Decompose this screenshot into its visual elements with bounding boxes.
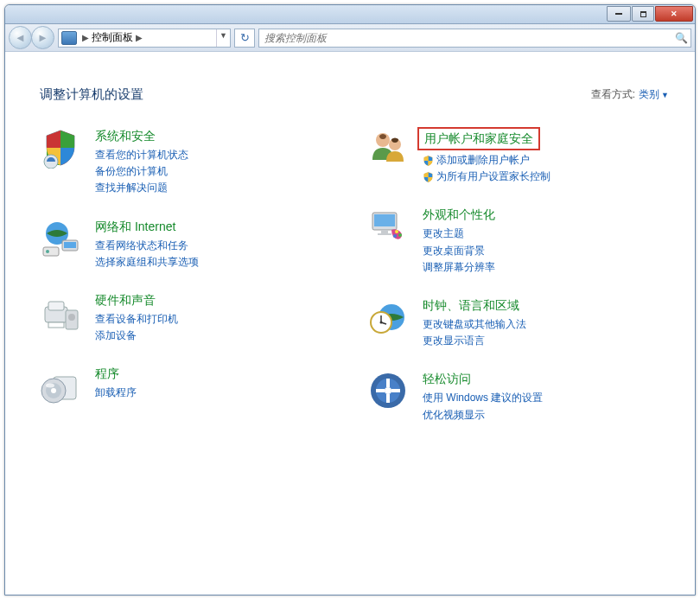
clock-region-icon	[367, 296, 409, 338]
column-left: 系统和安全 查看您的计算机状态 备份您的计算机 查找并解决问题 网络和 Inte…	[40, 127, 341, 444]
control-panel-window: ◄ ► ▶ 控制面板 ▶ ▼ ↻ 🔍 调整计算机的设置 查看方式: 类别 ▼	[4, 4, 696, 595]
content-area: 调整计算机的设置 查看方式: 类别 ▼ 系统和安全 查看您的计算机状态	[5, 52, 695, 595]
maximize-button[interactable]	[632, 6, 654, 22]
search-icon[interactable]: 🔍	[671, 32, 690, 44]
search-input[interactable]	[264, 32, 671, 44]
viewby-label: 查看方式:	[591, 87, 635, 102]
content-header: 调整计算机的设置 查看方式: 类别 ▼	[40, 86, 669, 103]
hardware-icon	[40, 291, 81, 333]
category-clock: 时钟、语言和区域 更改键盘或其他输入法 更改显示语言	[367, 296, 669, 349]
view-by: 查看方式: 类别 ▼	[591, 87, 669, 102]
category-link-hardware[interactable]: 硬件和声音	[95, 291, 156, 309]
sublink[interactable]: 选择家庭组和共享选项	[95, 254, 341, 271]
sublink[interactable]: 备份您的计算机	[95, 163, 341, 180]
appearance-icon	[367, 206, 409, 247]
breadcrumb-sep-icon: ▶	[82, 33, 89, 42]
category-appearance: 外观和个性化 更改主题 更改桌面背景 调整屏幕分辨率	[367, 206, 669, 276]
system-security-icon	[40, 127, 81, 169]
category-system-security: 系统和安全 查看您的计算机状态 备份您的计算机 查找并解决问题	[40, 127, 341, 197]
sublink[interactable]: 调整屏幕分辨率	[423, 259, 669, 276]
back-button[interactable]: ◄	[9, 26, 32, 49]
refresh-button[interactable]: ↻	[234, 29, 255, 48]
category-link-user-accounts[interactable]: 用户帐户和家庭安全	[417, 127, 540, 150]
sublink[interactable]: 为所有用户设置家长控制	[423, 169, 669, 185]
uac-shield-icon	[423, 155, 434, 167]
address-bar[interactable]: ▶ 控制面板 ▶ ▼	[58, 29, 231, 48]
sublink[interactable]: 添加设备	[95, 328, 341, 344]
sublink[interactable]: 卸载程序	[95, 385, 341, 401]
sublink[interactable]: 查找并解决问题	[95, 180, 341, 196]
page-title: 调整计算机的设置	[40, 86, 143, 103]
navigation-bar: ◄ ► ▶ 控制面板 ▶ ▼ ↻ 🔍	[5, 24, 695, 52]
category-link-ease[interactable]: 轻松访问	[423, 370, 471, 388]
control-panel-icon	[61, 31, 77, 45]
sublink[interactable]: 使用 Windows 建议的设置	[423, 390, 669, 406]
sublink[interactable]: 查看您的计算机状态	[95, 147, 341, 163]
category-hardware: 硬件和声音 查看设备和打印机 添加设备	[40, 291, 341, 344]
sublink[interactable]: 查看网络状态和任务	[95, 238, 341, 254]
category-link-system-security[interactable]: 系统和安全	[95, 127, 156, 145]
category-user-accounts: 用户帐户和家庭安全 添加或删除用户帐户 为所有用户设置家长控制	[367, 127, 669, 185]
address-dropdown-icon[interactable]: ▼	[216, 29, 230, 47]
category-link-appearance[interactable]: 外观和个性化	[423, 206, 495, 224]
column-right: 用户帐户和家庭安全 添加或删除用户帐户 为所有用户设置家长控制 外观和个性化 更…	[367, 127, 669, 444]
category-link-network[interactable]: 网络和 Internet	[95, 218, 175, 236]
category-ease-of-access: 轻松访问 使用 Windows 建议的设置 优化视频显示	[367, 370, 669, 423]
sublink[interactable]: 添加或删除用户帐户	[423, 152, 669, 169]
nav-arrows: ◄ ►	[9, 26, 54, 49]
close-button[interactable]	[655, 6, 693, 22]
category-programs: 程序 卸载程序	[40, 365, 341, 406]
network-icon	[40, 218, 81, 259]
titlebar	[5, 5, 695, 24]
user-accounts-icon	[367, 127, 409, 169]
sublink[interactable]: 更改主题	[423, 226, 669, 242]
category-link-programs[interactable]: 程序	[95, 365, 119, 383]
viewby-dropdown[interactable]: 类别 ▼	[639, 87, 669, 102]
sublink[interactable]: 更改显示语言	[423, 333, 669, 349]
search-box[interactable]: 🔍	[258, 29, 691, 48]
breadcrumb-sep-icon: ▶	[136, 33, 143, 42]
breadcrumb-item[interactable]: 控制面板	[92, 30, 133, 45]
sublink[interactable]: 更改键盘或其他输入法	[423, 316, 669, 333]
category-link-clock[interactable]: 时钟、语言和区域	[423, 296, 519, 315]
sublink[interactable]: 更改桌面背景	[423, 243, 669, 259]
chevron-down-icon: ▼	[661, 91, 669, 99]
sublink[interactable]: 优化视频显示	[423, 407, 669, 424]
uac-shield-icon	[423, 171, 434, 183]
category-network: 网络和 Internet 查看网络状态和任务 选择家庭组和共享选项	[40, 218, 341, 271]
sublink[interactable]: 查看设备和打印机	[95, 311, 341, 328]
programs-icon	[40, 365, 81, 406]
forward-button[interactable]: ►	[31, 26, 54, 49]
ease-of-access-icon	[367, 370, 409, 411]
minimize-button[interactable]	[607, 6, 631, 22]
category-columns: 系统和安全 查看您的计算机状态 备份您的计算机 查找并解决问题 网络和 Inte…	[40, 127, 669, 444]
